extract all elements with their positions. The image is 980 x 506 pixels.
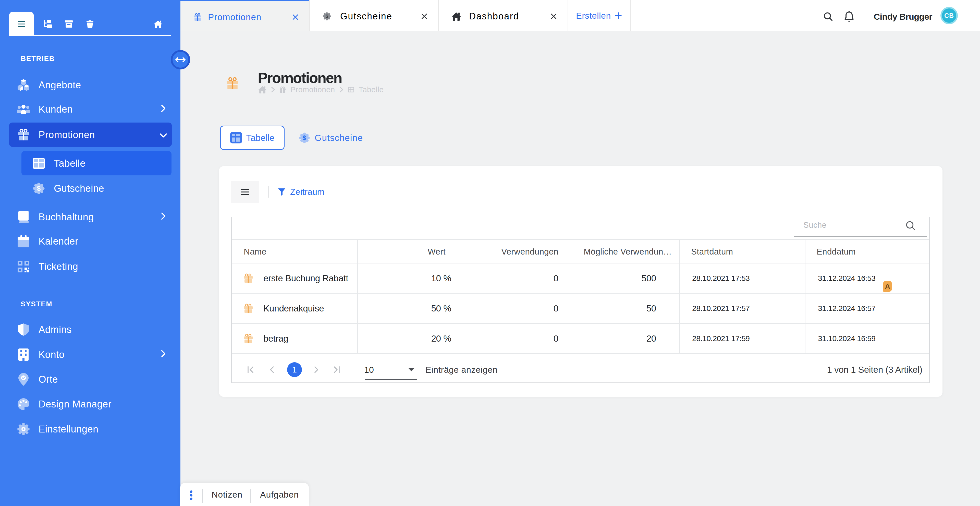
svg-text:$: $	[326, 14, 328, 19]
svg-text:$: $	[303, 134, 306, 141]
svg-text:$: $	[37, 185, 41, 192]
